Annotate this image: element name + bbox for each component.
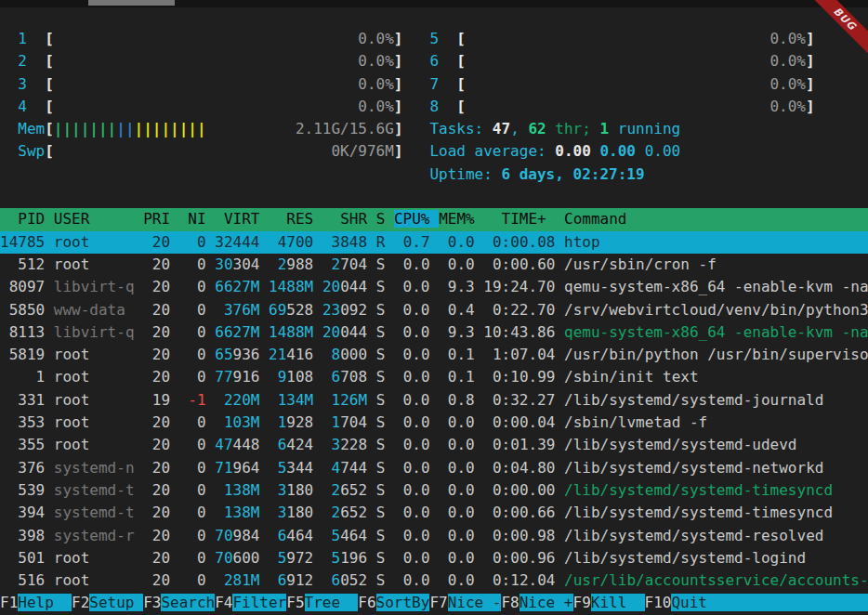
command-cell: /lib/systemd/systemd-timesyncd [564,481,833,499]
cpu-meter-value: 0.0% [769,52,806,70]
pid-cell: 376 [0,459,45,477]
fkey-f7[interactable]: F7Nice - [429,594,501,611]
cpu-meter-value: 0.0% [769,30,806,47]
process-row-501[interactable]: 501 root 20 0 70600 5972 5196 S 0.0 0.0 … [0,547,868,569]
column-header-res[interactable]: RES [269,210,313,228]
cpu-cell: 0.7 [394,233,430,251]
time-cell: 0:01.39 [483,436,555,453]
user-cell: root [54,571,135,589]
process-row-376[interactable]: 376 systemd-n 20 0 71964 5344 4744 S 0.0… [0,457,868,479]
pri-cell: 20 [143,278,170,295]
pid-cell: 501 [0,549,45,567]
process-row-398[interactable]: 398 systemd-r 20 0 70984 6464 5464 S 0.0… [0,525,868,547]
process-row-353[interactable]: 353 root 20 0 103M 1928 1704 S 0.0 0.0 0… [0,412,868,434]
virt-cell: 70600 [215,549,259,567]
shr-cell: 8000 [322,346,367,363]
res-cell: 6912 [269,571,313,589]
ni-cell: 0 [179,504,206,521]
command-cell: htop [564,233,600,251]
cpu-cell: 0.0 [394,571,430,589]
window-tab-stub [88,0,175,6]
pri-cell: 20 [143,413,170,431]
user-cell: root [54,346,135,363]
memory-meter: Mem[||||||||||||||||| 2.11G/15.6G] [18,120,402,137]
mem-cell: 0.0 [439,255,475,273]
process-row-331[interactable]: 331 root 19 -1 220M 134M 126M S 0.0 0.8 … [0,389,868,412]
process-row-14785[interactable]: 14785 root 20 0 32444 4700 3848 R 0.7 0.… [0,231,868,254]
command-cell: /lib/systemd/systemd-resolved [564,527,823,544]
time-cell: 0:10.99 [483,368,555,386]
pri-cell: 19 [143,391,170,409]
mem-cell: 0.0 [439,413,475,431]
pid-cell: 512 [0,255,45,273]
fkey-f4[interactable]: F4Filter [215,594,286,611]
mem-cell: 0.1 [439,346,475,363]
process-row-512[interactable]: 512 root 20 0 30304 2988 2704 S 0.0 0.0 … [0,254,868,276]
column-header-ni[interactable]: NI [179,210,206,228]
mem-cell: 0.0 [439,527,475,544]
fkey-f8[interactable]: F8Nice + [501,594,572,611]
res-cell: 1488M [269,323,313,341]
fkey-number: F4 [215,594,232,611]
pid-cell: 516 [0,571,45,589]
process-row-516[interactable]: 516 root 20 0 281M 6912 6052 S 0.0 0.0 0… [0,569,868,592]
pri-cell: 20 [143,301,170,319]
mem-cell: 9.3 [439,278,475,295]
column-header-command[interactable]: Command [564,210,626,228]
ni-cell: 0 [179,459,206,477]
cpu-cell: 0.0 [394,527,430,544]
process-row-1[interactable]: 1 root 20 0 77916 9108 6708 S 0.0 0.1 0:… [0,366,868,388]
process-row-8113[interactable]: 8113 libvirt-q 20 0 6627M 1488M 20044 S … [0,321,868,344]
cpu-meter-label: 5 [429,30,439,47]
fkey-f6[interactable]: F6SortBy [358,594,429,611]
virt-cell: 220M [215,391,259,409]
column-header-virt[interactable]: VIRT [215,210,259,228]
shr-cell: 6708 [322,368,367,386]
mem-cell: 9.3 [439,323,475,341]
column-header-pid[interactable]: PID [0,210,45,228]
time-cell: 10:43.86 [483,323,555,341]
fkey-f5[interactable]: F5Tree [286,594,358,611]
cpu-meter-value: 0.0% [358,75,394,93]
fkey-f2[interactable]: F2Setup [72,594,143,611]
virt-cell: 138M [215,481,259,499]
user-cell: root [54,549,135,567]
terminal-screen: 1 [ 0.0%] 5 [ 0.0%] 2 [ 0.0%] 6 [ 0.0%] … [0,7,868,615]
state-cell: S [376,346,386,363]
fkey-label: Help [18,594,72,611]
fkey-f10[interactable]: F10Quit [645,594,868,611]
column-header-mem[interactable]: MEM% [439,210,475,228]
shr-cell: 5196 [322,549,367,567]
process-row-355[interactable]: 355 root 20 0 47448 6424 3228 S 0.0 0.0 … [0,434,868,456]
state-cell: S [376,391,386,409]
column-header-state[interactable]: S [376,210,386,228]
virt-cell: 65936 [215,346,259,363]
process-row-8097[interactable]: 8097 libvirt-q 20 0 6627M 1488M 20044 S … [0,276,868,298]
pri-cell: 20 [143,233,170,251]
column-header-pri[interactable]: PRI [143,210,170,228]
column-header-time[interactable]: TIME+ [483,210,555,228]
column-header-shr[interactable]: SHR [322,210,367,228]
state-cell: S [376,504,386,521]
cpu-meter-2: 2 [ 0.0%] [18,52,402,70]
column-header-cpu[interactable]: CPU% [394,210,439,228]
cpu-cell: 0.0 [394,459,430,477]
process-row-394[interactable]: 394 systemd-t 20 0 138M 3180 2652 S 0.0 … [0,502,868,524]
state-cell: S [376,459,386,477]
fkey-f9[interactable]: F9Kill [573,594,645,611]
fkey-f3[interactable]: F3Search [143,594,215,611]
state-cell: S [376,527,386,544]
pri-cell: 20 [143,436,170,453]
fkey-number: F3 [143,594,161,611]
process-row-539[interactable]: 539 systemd-t 20 0 138M 3180 2652 S 0.0 … [0,479,868,502]
process-row-5850[interactable]: 5850 www-data 20 0 376M 69528 23092 S 0.… [0,299,868,321]
fkey-f1[interactable]: F1Help [0,594,72,611]
time-cell: 1:07.04 [483,346,555,363]
state-cell: S [376,278,386,295]
process-row-5819[interactable]: 5819 root 20 0 65936 21416 8000 S 0.0 0.… [0,344,868,366]
column-header-user[interactable]: USER [54,210,135,228]
user-cell: root [54,255,135,273]
cpu-meter-3: 3 [ 0.0%] [18,75,402,93]
cpu-meter-8: 8 [ 0.0%] [429,98,814,115]
fkey-number: F10 [645,594,672,611]
